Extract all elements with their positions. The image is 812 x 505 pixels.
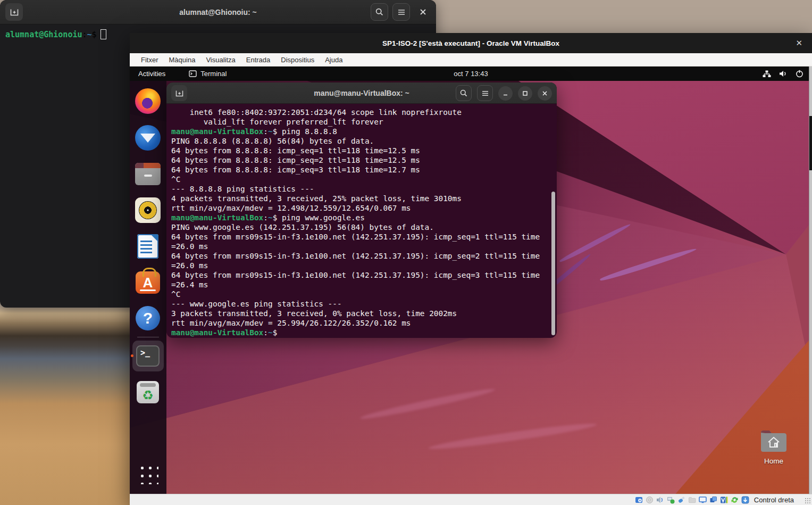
- close-icon: [420, 9, 426, 15]
- dock-running-indicator: [131, 354, 133, 357]
- app-grid-icon: [137, 463, 158, 484]
- minimize-button[interactable]: [498, 86, 513, 101]
- plus-icon: [13, 11, 15, 13]
- dock-item-rhythmbox[interactable]: [135, 197, 161, 223]
- virtualbox-titlebar[interactable]: SP1-ISO-2 [S'està executant] - Oracle VM…: [130, 33, 812, 53]
- host-key-label: Control dreta: [754, 496, 794, 504]
- close-button[interactable]: [538, 86, 552, 101]
- dock-item-terminal[interactable]: >_: [135, 343, 161, 369]
- vm-topbar: Activities Terminal oct 7 13:43: [130, 67, 812, 81]
- dock-separator: [137, 337, 159, 337]
- resize-grip[interactable]: [805, 498, 811, 504]
- menu-visualitza[interactable]: Visualitza: [201, 56, 240, 64]
- virtualbox-close-button[interactable]: ✕: [792, 33, 806, 53]
- clock[interactable]: oct 7 13:43: [454, 70, 488, 78]
- screen: alumnat@Ghionoiu: ~ alumnat@Ghionoiu:~$ …: [0, 0, 812, 505]
- usb-devices-icon[interactable]: [677, 496, 685, 504]
- vm-terminal-body[interactable]: inet6 fe80::8402:9372:2051:d234/64 scope…: [166, 104, 557, 337]
- mouse-integration-icon[interactable]: [741, 496, 749, 504]
- focused-app-label: Terminal: [200, 70, 227, 78]
- dock-item-ubuntu-software[interactable]: A: [135, 269, 161, 295]
- terminal-output-line: 64 bytes from mrs09s15-in-f3.1e100.net (…: [171, 251, 557, 261]
- terminal-output-line: valid_lft forever preferred_lft forever: [171, 117, 557, 127]
- terminal-output-line: 64 bytes from mrs09s15-in-f3.1e100.net (…: [171, 232, 557, 242]
- vm-guest-screen[interactable]: Activities Terminal oct 7 13:43: [130, 67, 812, 494]
- viewport-scrollbar-thumb[interactable]: [809, 116, 812, 170]
- menu-fitxer[interactable]: Fitxer: [136, 56, 163, 64]
- terminal-icon: [189, 70, 197, 77]
- home-folder-icon: [760, 429, 788, 453]
- vm-terminal-scrollbar-thumb[interactable]: [551, 192, 555, 335]
- menu-maquina[interactable]: Màquina: [164, 56, 200, 64]
- network-icon[interactable]: [763, 70, 771, 78]
- power-icon[interactable]: [796, 70, 803, 78]
- display-icon[interactable]: [699, 496, 707, 504]
- new-tab-button[interactable]: [171, 85, 187, 101]
- hard-disks-icon[interactable]: [635, 496, 643, 504]
- viewport-scrollbar[interactable]: [809, 67, 812, 494]
- virtualbox-window[interactable]: SP1-ISO-2 [S'està executant] - Oracle VM…: [130, 33, 812, 505]
- maximize-button[interactable]: [518, 86, 532, 101]
- libreoffice-writer-icon: [137, 234, 158, 259]
- menu-dispositius[interactable]: Dispositius: [276, 56, 319, 64]
- shared-folders-icon[interactable]: [688, 496, 696, 504]
- terminal-output-line: =26.4 ms: [171, 280, 557, 289]
- dock-item-help[interactable]: ?: [135, 305, 161, 331]
- terminal-output-line: PING www.google.es (142.251.37.195) 56(8…: [171, 222, 557, 232]
- dock-item-libreoffice-writer[interactable]: [135, 234, 161, 259]
- search-button[interactable]: [371, 3, 388, 21]
- menu-button[interactable]: [392, 3, 410, 21]
- terminal-output-line: ^C: [171, 289, 557, 299]
- terminal-output-line: =26.0 ms: [171, 261, 557, 270]
- virtualbox-window-title: SP1-ISO-2 [S'està executant] - Oracle VM…: [130, 33, 812, 53]
- seamless-windows-icon[interactable]: [709, 496, 717, 504]
- menu-entrada[interactable]: Entrada: [241, 56, 275, 64]
- vm-terminal-headerbar[interactable]: manu@manu-VirtualBox: ~: [166, 82, 557, 104]
- menu-ajuda[interactable]: Ajuda: [320, 56, 347, 64]
- dock-item-firefox[interactable]: [135, 88, 161, 114]
- video-capture-icon[interactable]: [720, 496, 728, 504]
- desktop-home-folder[interactable]: Home: [757, 429, 790, 465]
- menu-button[interactable]: [477, 85, 493, 101]
- new-tab-button[interactable]: [5, 3, 23, 21]
- minimize-icon: [503, 90, 508, 96]
- terminal-prompt-line: manu@manu-VirtualBox:~$: [171, 328, 557, 337]
- drag-and-drop-icon[interactable]: [731, 496, 739, 504]
- rhythmbox-icon: [135, 197, 161, 223]
- home-folder-label: Home: [757, 457, 790, 465]
- close-icon: [542, 90, 548, 96]
- network-icon[interactable]: [667, 496, 675, 504]
- help-icon: ?: [136, 306, 160, 330]
- firefox-icon: [135, 88, 161, 114]
- terminal-output-line: 64 bytes from mrs09s15-in-f3.1e100.net (…: [171, 270, 557, 280]
- audio-icon[interactable]: [656, 496, 664, 504]
- terminal-output-line: rtt min/avg/max/mdev = 12.498/12.559/12.…: [171, 203, 557, 213]
- search-icon: [460, 89, 467, 97]
- search-button[interactable]: [456, 85, 472, 101]
- dock: A ? >_ ♻: [130, 81, 166, 494]
- dock-item-trash[interactable]: ♻: [135, 379, 161, 405]
- dock-item-app-grid[interactable]: [135, 461, 161, 486]
- focused-app-indicator[interactable]: Terminal: [189, 70, 227, 78]
- close-button[interactable]: [414, 3, 432, 21]
- terminal-output-line: 4 packets transmitted, 3 received, 25% p…: [171, 194, 557, 203]
- search-icon: [375, 8, 383, 16]
- activities-button[interactable]: Activities: [130, 70, 174, 78]
- terminal-output-line: inet6 fe80::8402:9372:2051:d234/64 scope…: [171, 107, 557, 117]
- virtualbox-statusbar: Control dreta: [130, 494, 812, 505]
- hamburger-icon: [398, 9, 405, 15]
- dock-item-thunderbird[interactable]: [135, 125, 161, 151]
- terminal-output-line: =26.0 ms: [171, 242, 557, 251]
- vm-terminal-window[interactable]: manu@manu-VirtualBox: ~: [166, 82, 557, 338]
- host-prompt-user: alumnat@Ghionoiu: [5, 30, 82, 39]
- terminal-output-line: PING 8.8.8.8 (8.8.8.8) 56(84) bytes of d…: [171, 136, 557, 146]
- thunderbird-icon: [135, 125, 161, 151]
- optical-drives-icon[interactable]: [646, 496, 654, 504]
- volume-icon[interactable]: [779, 70, 788, 77]
- virtualbox-menubar: Fitxer Màquina Visualitza Entrada Dispos…: [130, 53, 812, 67]
- dock-item-files[interactable]: [135, 161, 161, 187]
- terminal-icon: >_: [136, 345, 160, 367]
- host-terminal-headerbar[interactable]: alumnat@Ghionoiu: ~: [0, 0, 436, 24]
- terminal-output-line: --- 8.8.8.8 ping statistics ---: [171, 184, 557, 194]
- plus-icon: [178, 92, 181, 95]
